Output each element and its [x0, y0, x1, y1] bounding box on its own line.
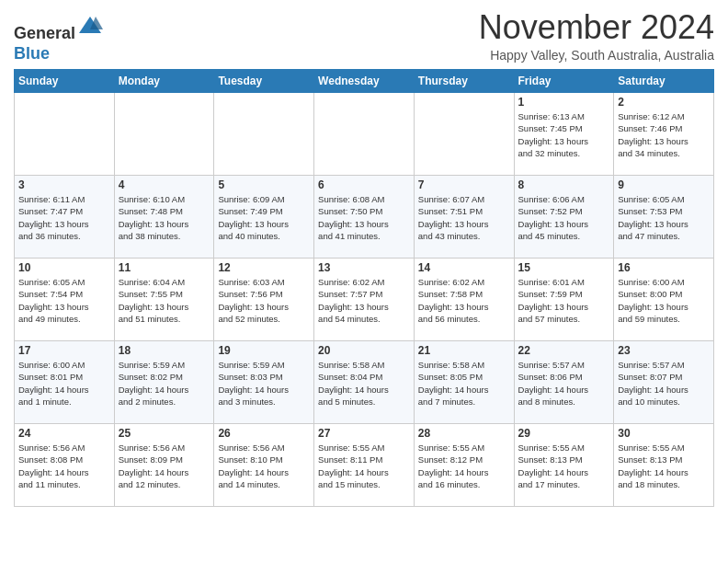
day-info: Sunrise: 5:58 AM Sunset: 8:04 PM Dayligh…: [318, 359, 410, 408]
col-header-sunday: Sunday: [15, 70, 115, 93]
calendar-table: SundayMondayTuesdayWednesdayThursdayFrid…: [14, 69, 714, 507]
calendar-cell: 5Sunrise: 6:09 AM Sunset: 7:49 PM Daylig…: [214, 176, 314, 259]
day-number: 5: [218, 178, 310, 191]
col-header-thursday: Thursday: [414, 70, 514, 93]
calendar-week-3: 10Sunrise: 6:05 AM Sunset: 7:54 PM Dayli…: [15, 259, 714, 341]
logo-icon: [77, 13, 103, 39]
day-number: 29: [518, 427, 610, 440]
day-number: 27: [318, 427, 410, 440]
calendar-cell: [314, 93, 415, 176]
calendar-cell: 19Sunrise: 5:59 AM Sunset: 8:03 PM Dayli…: [214, 341, 314, 424]
day-number: 9: [618, 178, 710, 191]
day-number: 18: [119, 344, 210, 357]
calendar-cell: 16Sunrise: 6:00 AM Sunset: 8:00 PM Dayli…: [614, 259, 714, 341]
day-info: Sunrise: 6:02 AM Sunset: 7:57 PM Dayligh…: [318, 276, 410, 325]
day-info: Sunrise: 5:55 AM Sunset: 8:13 PM Dayligh…: [618, 442, 710, 490]
day-number: 8: [518, 178, 610, 191]
title-block: November 2024 Happy Valley, South Austra…: [479, 9, 714, 63]
day-info: Sunrise: 5:55 AM Sunset: 8:12 PM Dayligh…: [418, 442, 510, 490]
day-number: 10: [18, 261, 110, 274]
day-number: 14: [418, 261, 510, 274]
logo-general: General: [14, 24, 75, 42]
day-info: Sunrise: 5:59 AM Sunset: 8:03 PM Dayligh…: [218, 359, 310, 408]
day-info: Sunrise: 6:13 AM Sunset: 7:45 PM Dayligh…: [518, 110, 610, 159]
day-info: Sunrise: 6:09 AM Sunset: 7:49 PM Dayligh…: [218, 193, 310, 242]
calendar-cell: 14Sunrise: 6:02 AM Sunset: 7:58 PM Dayli…: [414, 259, 514, 341]
calendar-cell: [414, 93, 514, 176]
calendar-cell: 17Sunrise: 6:00 AM Sunset: 8:01 PM Dayli…: [15, 341, 115, 424]
day-info: Sunrise: 5:59 AM Sunset: 8:02 PM Dayligh…: [119, 359, 210, 408]
day-number: 19: [218, 344, 310, 357]
calendar-cell: 4Sunrise: 6:10 AM Sunset: 7:48 PM Daylig…: [114, 176, 214, 259]
day-number: 21: [418, 344, 510, 357]
day-info: Sunrise: 6:03 AM Sunset: 7:56 PM Dayligh…: [218, 276, 310, 325]
col-header-tuesday: Tuesday: [214, 70, 314, 93]
day-number: 15: [518, 261, 610, 274]
day-number: 23: [618, 344, 710, 357]
calendar-cell: 9Sunrise: 6:05 AM Sunset: 7:53 PM Daylig…: [614, 176, 714, 259]
calendar-cell: 28Sunrise: 5:55 AM Sunset: 8:12 PM Dayli…: [414, 424, 514, 507]
calendar-week-1: 1Sunrise: 6:13 AM Sunset: 7:45 PM Daylig…: [15, 93, 714, 176]
month-title: November 2024: [479, 9, 714, 46]
calendar-week-4: 17Sunrise: 6:00 AM Sunset: 8:01 PM Dayli…: [15, 341, 714, 424]
day-number: 22: [518, 344, 610, 357]
calendar-cell: 12Sunrise: 6:03 AM Sunset: 7:56 PM Dayli…: [214, 259, 314, 341]
day-info: Sunrise: 6:11 AM Sunset: 7:47 PM Dayligh…: [18, 193, 110, 242]
day-number: 7: [418, 178, 510, 191]
day-info: Sunrise: 6:00 AM Sunset: 8:01 PM Dayligh…: [18, 359, 110, 408]
calendar-cell: [114, 93, 214, 176]
col-header-friday: Friday: [514, 70, 614, 93]
calendar-cell: 25Sunrise: 5:56 AM Sunset: 8:09 PM Dayli…: [114, 424, 214, 507]
col-header-wednesday: Wednesday: [314, 70, 415, 93]
day-info: Sunrise: 6:01 AM Sunset: 7:59 PM Dayligh…: [518, 276, 610, 325]
calendar-cell: 27Sunrise: 5:55 AM Sunset: 8:11 PM Dayli…: [314, 424, 415, 507]
day-info: Sunrise: 5:55 AM Sunset: 8:13 PM Dayligh…: [518, 442, 610, 490]
day-info: Sunrise: 5:58 AM Sunset: 8:05 PM Dayligh…: [418, 359, 510, 408]
calendar-cell: 18Sunrise: 5:59 AM Sunset: 8:02 PM Dayli…: [114, 341, 214, 424]
logo-blue: Blue: [14, 44, 50, 63]
day-info: Sunrise: 6:05 AM Sunset: 7:54 PM Dayligh…: [18, 276, 110, 325]
day-info: Sunrise: 6:02 AM Sunset: 7:58 PM Dayligh…: [418, 276, 510, 325]
calendar-cell: 26Sunrise: 5:56 AM Sunset: 8:10 PM Dayli…: [214, 424, 314, 507]
calendar-cell: 29Sunrise: 5:55 AM Sunset: 8:13 PM Dayli…: [514, 424, 614, 507]
day-info: Sunrise: 6:08 AM Sunset: 7:50 PM Dayligh…: [318, 193, 410, 242]
page-header: General Blue November 2024 Happy Valley,…: [14, 9, 714, 63]
calendar-cell: 24Sunrise: 5:56 AM Sunset: 8:08 PM Dayli…: [15, 424, 115, 507]
day-number: 6: [318, 178, 410, 191]
day-info: Sunrise: 5:56 AM Sunset: 8:10 PM Dayligh…: [218, 442, 310, 490]
calendar-week-5: 24Sunrise: 5:56 AM Sunset: 8:08 PM Dayli…: [15, 424, 714, 507]
calendar-cell: 7Sunrise: 6:07 AM Sunset: 7:51 PM Daylig…: [414, 176, 514, 259]
calendar-cell: 2Sunrise: 6:12 AM Sunset: 7:46 PM Daylig…: [614, 93, 714, 176]
day-info: Sunrise: 5:56 AM Sunset: 8:08 PM Dayligh…: [18, 442, 110, 490]
calendar-cell: 8Sunrise: 6:06 AM Sunset: 7:52 PM Daylig…: [514, 176, 614, 259]
calendar-cell: 15Sunrise: 6:01 AM Sunset: 7:59 PM Dayli…: [514, 259, 614, 341]
calendar-cell: [214, 93, 314, 176]
day-number: 11: [119, 261, 210, 274]
calendar-cell: 20Sunrise: 5:58 AM Sunset: 8:04 PM Dayli…: [314, 341, 415, 424]
day-info: Sunrise: 6:12 AM Sunset: 7:46 PM Dayligh…: [618, 110, 710, 159]
day-number: 25: [119, 427, 210, 440]
day-number: 24: [18, 427, 110, 440]
calendar-cell: 22Sunrise: 5:57 AM Sunset: 8:06 PM Dayli…: [514, 341, 614, 424]
calendar-week-2: 3Sunrise: 6:11 AM Sunset: 7:47 PM Daylig…: [15, 176, 714, 259]
day-info: Sunrise: 6:06 AM Sunset: 7:52 PM Dayligh…: [518, 193, 610, 242]
day-number: 17: [18, 344, 110, 357]
calendar-header-row: SundayMondayTuesdayWednesdayThursdayFrid…: [15, 70, 714, 93]
calendar-cell: 13Sunrise: 6:02 AM Sunset: 7:57 PM Dayli…: [314, 259, 415, 341]
day-number: 2: [618, 96, 710, 109]
day-number: 20: [318, 344, 410, 357]
day-number: 4: [119, 178, 210, 191]
calendar-cell: 23Sunrise: 5:57 AM Sunset: 8:07 PM Dayli…: [614, 341, 714, 424]
calendar-cell: 1Sunrise: 6:13 AM Sunset: 7:45 PM Daylig…: [514, 93, 614, 176]
location-title: Happy Valley, South Australia, Australia: [479, 48, 714, 63]
day-number: 30: [618, 427, 710, 440]
calendar-cell: 21Sunrise: 5:58 AM Sunset: 8:05 PM Dayli…: [414, 341, 514, 424]
day-info: Sunrise: 6:04 AM Sunset: 7:55 PM Dayligh…: [119, 276, 210, 325]
day-info: Sunrise: 5:57 AM Sunset: 8:07 PM Dayligh…: [618, 359, 710, 408]
day-info: Sunrise: 6:00 AM Sunset: 8:00 PM Dayligh…: [618, 276, 710, 325]
col-header-monday: Monday: [114, 70, 214, 93]
day-number: 12: [218, 261, 310, 274]
day-number: 13: [318, 261, 410, 274]
logo: General Blue: [14, 13, 103, 63]
day-info: Sunrise: 5:56 AM Sunset: 8:09 PM Dayligh…: [119, 442, 210, 490]
